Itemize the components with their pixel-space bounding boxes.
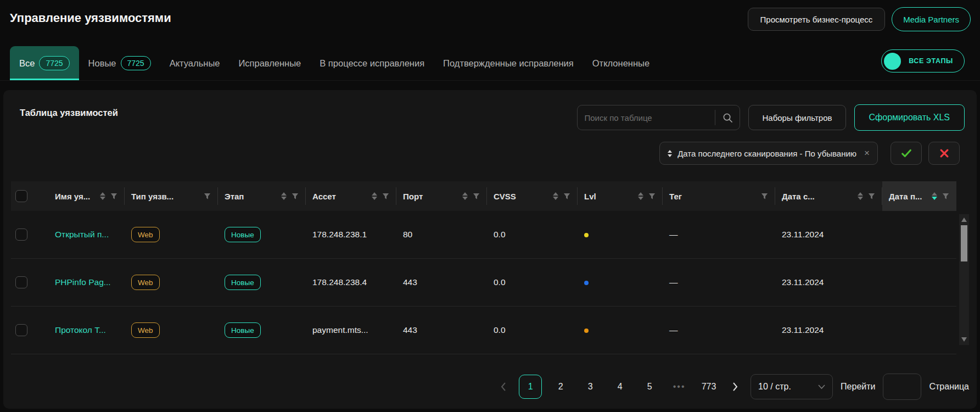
next-page-button[interactable] bbox=[727, 375, 743, 398]
col-type[interactable]: Тип уязв... bbox=[125, 181, 218, 211]
col-asset-label: Ассет bbox=[312, 192, 336, 201]
tag-cell: — bbox=[663, 230, 775, 240]
export-xls-button[interactable]: Сформировать XLS bbox=[854, 104, 965, 131]
tag-cell: — bbox=[663, 325, 775, 335]
view-business-process-button[interactable]: Просмотреть бизнес-процесс bbox=[748, 8, 886, 31]
tab-fixed[interactable]: Исправленные bbox=[229, 46, 310, 80]
tab-new[interactable]: Новые 7725 bbox=[79, 46, 160, 80]
tab-all-count-badge: 7725 bbox=[39, 56, 69, 70]
row-checkbox[interactable] bbox=[15, 229, 27, 241]
select-all-checkbox[interactable] bbox=[15, 190, 27, 202]
table-row[interactable]: Протокол T... Web Новые payment.mts... 4… bbox=[11, 307, 956, 354]
search-icon bbox=[723, 113, 733, 123]
pagination: 1 2 3 4 5 ••• 773 10 / стр. Перейти Стра… bbox=[496, 375, 969, 399]
col-select-all bbox=[11, 181, 41, 211]
vulnerability-name-link[interactable]: PHPinfo Pag... bbox=[55, 277, 111, 287]
tab-in-progress[interactable]: В процессе исправления bbox=[310, 46, 434, 80]
row-checkbox[interactable] bbox=[15, 324, 27, 336]
col-port[interactable]: Порт bbox=[396, 181, 487, 211]
filter-icon[interactable] bbox=[110, 193, 117, 200]
table-scrollbar[interactable] bbox=[959, 214, 969, 345]
panel-controls: Наборы фильтров Сформировать XLS bbox=[577, 104, 965, 131]
col-date-scan[interactable]: Дата с... bbox=[775, 181, 882, 211]
filter-icon[interactable] bbox=[868, 193, 875, 200]
clear-sort-button[interactable] bbox=[928, 142, 960, 165]
asset-cell: 178.248.238.1 bbox=[306, 230, 396, 240]
search-button[interactable] bbox=[715, 105, 740, 130]
page-button-1[interactable]: 1 bbox=[519, 375, 542, 399]
media-partners-button[interactable]: Media Partners bbox=[892, 7, 971, 31]
filter-icon[interactable] bbox=[942, 193, 949, 200]
col-date-last[interactable]: Дата п... bbox=[882, 181, 956, 211]
sort-icon[interactable] bbox=[372, 192, 377, 200]
top-header: Управление уязвимостями Просмотреть бизн… bbox=[0, 0, 980, 46]
scroll-up-icon[interactable] bbox=[961, 218, 967, 222]
table-row[interactable]: PHPinfo Pag... Web Новые 178.248.238.4 4… bbox=[11, 259, 956, 307]
col-asset[interactable]: Ассет bbox=[306, 181, 396, 211]
sort-icon[interactable] bbox=[638, 192, 643, 200]
page-button-2[interactable]: 2 bbox=[550, 375, 572, 398]
row-checkbox[interactable] bbox=[15, 276, 27, 288]
sort-chip-close-icon[interactable]: × bbox=[864, 148, 870, 159]
pagination-ellipsis[interactable]: ••• bbox=[668, 382, 690, 392]
tab-actual[interactable]: Актуальные bbox=[160, 46, 229, 80]
scroll-down-icon[interactable] bbox=[961, 337, 967, 342]
sort-icon[interactable] bbox=[281, 192, 287, 200]
tab-rejected[interactable]: Отклоненные bbox=[583, 46, 659, 80]
tab-fixed-label: Исправленные bbox=[238, 58, 301, 69]
filter-icon[interactable] bbox=[292, 193, 299, 200]
asset-cell: 178.248.238.4 bbox=[306, 277, 396, 287]
search-input[interactable] bbox=[578, 105, 715, 130]
col-port-label: Порт bbox=[403, 192, 423, 201]
filter-sets-button[interactable]: Наборы фильтров bbox=[748, 105, 845, 130]
table-row[interactable]: Открытый п... Web Новые 178.248.238.1 80… bbox=[11, 211, 956, 259]
col-lvl[interactable]: Lvl bbox=[578, 181, 663, 211]
stage-badge: Новые bbox=[225, 322, 261, 338]
vulnerability-name-link[interactable]: Протокол T... bbox=[55, 325, 106, 335]
col-stage-label: Этап bbox=[225, 192, 244, 201]
tabs-row: Все 7725 Новые 7725 Актуальные Исправлен… bbox=[0, 46, 980, 81]
filter-icon[interactable] bbox=[382, 193, 389, 200]
sort-desc-icon[interactable] bbox=[932, 192, 937, 200]
filter-icon[interactable] bbox=[473, 193, 480, 200]
page-button-3[interactable]: 3 bbox=[579, 375, 601, 398]
col-tag[interactable]: Тег bbox=[663, 181, 775, 211]
filter-icon[interactable] bbox=[204, 193, 211, 200]
page-size-value: 10 / стр. bbox=[758, 382, 791, 392]
tab-all[interactable]: Все 7725 bbox=[10, 46, 79, 80]
page-button-5[interactable]: 5 bbox=[639, 375, 660, 398]
prev-page-button[interactable] bbox=[496, 375, 511, 398]
top-actions: Просмотреть бизнес-процесс Media Partner… bbox=[748, 7, 971, 31]
page-button-last[interactable]: 773 bbox=[698, 375, 720, 398]
sort-icon[interactable] bbox=[462, 192, 468, 200]
date-scan-cell: 23.11.2024 bbox=[775, 277, 882, 287]
cvss-cell: 0.0 bbox=[487, 325, 578, 335]
port-cell: 443 bbox=[396, 277, 487, 287]
sort-chip[interactable]: Дата последнего сканирования - По убыван… bbox=[659, 142, 878, 165]
goto-page-input[interactable] bbox=[883, 374, 921, 400]
page-button-4[interactable]: 4 bbox=[609, 375, 631, 398]
sort-icon[interactable] bbox=[100, 192, 105, 200]
vulnerability-name-link[interactable]: Открытый п... bbox=[55, 230, 109, 239]
all-stages-toggle[interactable]: ВСЕ ЭТАПЫ bbox=[881, 49, 965, 73]
col-name[interactable]: Имя уя... bbox=[41, 181, 125, 211]
col-stage[interactable]: Этап bbox=[218, 181, 306, 211]
col-lvl-label: Lvl bbox=[584, 192, 596, 201]
scrollbar-thumb[interactable] bbox=[961, 225, 967, 261]
tab-confirmed-fixes[interactable]: Подтвержденные исправления bbox=[434, 46, 583, 80]
date-scan-cell: 23.11.2024 bbox=[775, 325, 882, 335]
page-size-select[interactable]: 10 / стр. bbox=[751, 374, 833, 399]
col-cvss[interactable]: CVSS bbox=[487, 181, 578, 211]
stage-badge: Новые bbox=[225, 275, 261, 290]
col-type-label: Тип уязв... bbox=[131, 192, 173, 201]
type-badge: Web bbox=[131, 275, 160, 290]
sort-icon[interactable] bbox=[553, 192, 558, 200]
sort-icon[interactable] bbox=[858, 192, 863, 200]
filter-icon[interactable] bbox=[563, 193, 570, 200]
filter-icon[interactable] bbox=[648, 193, 656, 200]
apply-sort-button[interactable] bbox=[891, 142, 922, 165]
table-header: Имя уя... Тип уязв... Этап bbox=[11, 181, 956, 211]
col-cvss-label: CVSS bbox=[494, 192, 516, 201]
filter-icon[interactable] bbox=[761, 193, 768, 200]
vulnerability-management-page: Управление уязвимостями Просмотреть бизн… bbox=[0, 0, 980, 412]
